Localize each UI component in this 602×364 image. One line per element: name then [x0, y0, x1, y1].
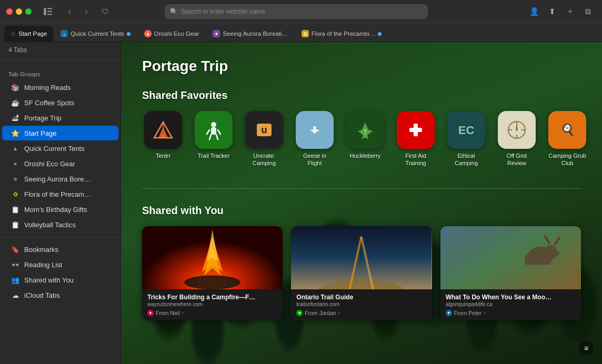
- card-content-ontario: Ontario Trail Guide trailsofontario.com …: [291, 289, 432, 320]
- search-icon: 🔍: [170, 8, 178, 15]
- svg-line-11: [207, 130, 209, 134]
- sidebar-bottom-shared[interactable]: 👥Shared with You: [2, 272, 118, 287]
- sidebar-bottom-icloud[interactable]: ☁iCloud Tabs: [2, 288, 118, 302]
- tab-favicon: ▲: [61, 30, 68, 37]
- item-icon: ✿: [11, 189, 20, 199]
- favorite-ec[interactable]: EC Ethical Camping: [445, 111, 487, 167]
- tab-ecogear[interactable]: ●Oroshi Eco Gear: [138, 26, 206, 42]
- tab-overview-icon[interactable]: ⧉: [581, 4, 596, 19]
- sidebar-item-ecogear[interactable]: ●Oroshi Eco Gear: [2, 156, 118, 171]
- favorite-offgrid[interactable]: Off Grid Review: [496, 111, 538, 167]
- favorite-camping[interactable]: 🍳 Camping Grub Club: [546, 111, 588, 167]
- favorite-uncrate[interactable]: u Uncrate: Camping: [243, 111, 285, 167]
- tab-flora[interactable]: ✿Flora of the Precambi…: [295, 26, 388, 42]
- item-label: Reading List: [24, 261, 62, 269]
- card-url-campfire: wayoutsomewhere.com: [147, 301, 277, 307]
- svg-rect-10: [211, 127, 216, 135]
- sidebar-bottom-bookmarks[interactable]: 🔖Bookmarks: [2, 242, 118, 257]
- sidebar-item-aurora[interactable]: ■Seeing Aurora Bore…: [2, 171, 118, 186]
- tab-start[interactable]: ☆Start Page: [4, 26, 53, 42]
- main-layout: 4 Tabs Tab Groups 📚Morning Reads☕SF Coff…: [0, 42, 602, 364]
- svg-line-13: [209, 135, 211, 139]
- sidebar-bottom-reading[interactable]: 👓Reading List: [2, 257, 118, 272]
- sidebar-item-birthday[interactable]: 📋Mom's Birthday Gifts: [2, 202, 118, 217]
- card-from-ontario[interactable]: ● From Jordan ›: [296, 310, 426, 316]
- card-from-moose[interactable]: ● From Peter ›: [446, 310, 576, 316]
- item-label: Portage Trip: [24, 114, 62, 122]
- favorite-geese[interactable]: Geese in Flight: [294, 111, 336, 167]
- minimize-button[interactable]: [16, 8, 22, 15]
- item-label: Mom's Birthday Gifts: [24, 206, 87, 214]
- tab-favicon: ✦: [213, 30, 220, 37]
- sidebar-item-startpage[interactable]: ⭐Start Page: [2, 126, 118, 140]
- content-scroll[interactable]: Portage Trip Shared Favorites Tentrr Tra…: [121, 42, 602, 364]
- shared-card-ontario[interactable]: Ontario Trail Guide trailsofontario.com …: [291, 226, 432, 320]
- card-from-campfire[interactable]: ● From Neil ›: [147, 310, 277, 316]
- fav-icon-ec: EC: [447, 111, 485, 149]
- svg-rect-0: [44, 8, 46, 15]
- card-image-campfire: [142, 226, 283, 289]
- card-title-moose: What To Do When You See a Moo…: [446, 294, 576, 301]
- favorite-tentrr[interactable]: Tentrr: [142, 111, 184, 167]
- tab-aurora[interactable]: ✦Seeing Aurora Boreali…: [206, 26, 294, 42]
- back-button[interactable]: ‹: [62, 4, 77, 19]
- fav-label-geese: Geese in Flight: [296, 152, 334, 167]
- fav-label-tentrr: Tentrr: [156, 152, 170, 159]
- svg-text:EC: EC: [458, 124, 475, 137]
- customize-button[interactable]: ≡: [579, 341, 594, 356]
- forward-button[interactable]: ›: [79, 4, 94, 19]
- tabs-count: 4 Tabs: [0, 42, 121, 56]
- title-bar: ‹ › 🛡 🔍 👤 ⬆ ＋ ⧉: [0, 0, 602, 23]
- sidebar-item-flora[interactable]: ✿Flora of the Precam…: [2, 187, 118, 201]
- shared-card-moose[interactable]: What To Do When You See a Moo… algonquin…: [440, 226, 581, 320]
- sidebar-item-morning[interactable]: 📚Morning Reads: [2, 80, 118, 95]
- shared-card-campfire[interactable]: Tricks For Building a Campfire—F… wayout…: [142, 226, 283, 320]
- item-label: Oroshi Eco Gear: [24, 160, 75, 168]
- shield-icon: 🛡: [98, 4, 113, 19]
- fav-icon-uncrate: u: [245, 111, 283, 149]
- main-content: Portage Trip Shared Favorites Tentrr Tra…: [121, 42, 602, 364]
- favorite-trail[interactable]: Trail Tracker: [193, 111, 235, 167]
- fav-label-uncrate: Uncrate: Camping: [245, 152, 283, 167]
- card-image-ontario: [291, 226, 432, 289]
- item-label: Shared with You: [24, 276, 74, 284]
- item-label: Volleyball Tactics: [24, 221, 76, 229]
- tab-label: Start Page: [18, 31, 47, 37]
- sidebar-item-volleyball[interactable]: 📋Volleyball Tactics: [2, 217, 118, 232]
- new-tab-icon[interactable]: ＋: [563, 4, 578, 19]
- item-label: iCloud Tabs: [24, 291, 60, 299]
- favorites-grid: Tentrr Trail Tracker u Uncrate: Camping …: [142, 111, 581, 167]
- favorite-firstaid[interactable]: First Aid Training: [395, 111, 437, 167]
- card-content-campfire: Tricks For Building a Campfire—F… wayout…: [142, 289, 283, 320]
- fav-label-ec: Ethical Camping: [447, 152, 485, 167]
- fullscreen-button[interactable]: [25, 8, 32, 15]
- card-url-ontario: trailsofontario.com: [296, 301, 426, 307]
- from-label-moose: From Peter: [454, 310, 482, 316]
- sidebar-items-list: 📚Morning Reads☕SF Coffee Spots🏕Portage T…: [0, 79, 121, 232]
- sidebar-item-portage[interactable]: 🏕Portage Trip: [2, 110, 118, 125]
- account-icon[interactable]: 👤: [527, 4, 542, 19]
- card-url-moose: algonquinparklife.ca: [446, 301, 576, 307]
- sidebar-item-coffee[interactable]: ☕SF Coffee Spots: [2, 95, 118, 110]
- fav-icon-trail: [195, 111, 233, 149]
- card-title-campfire: Tricks For Building a Campfire—F…: [147, 294, 277, 301]
- fav-label-firstaid: First Aid Training: [397, 152, 435, 167]
- close-button[interactable]: [6, 8, 13, 15]
- section-divider: [142, 188, 581, 189]
- search-bar[interactable]: 🔍: [165, 4, 428, 19]
- card-image-moose: [440, 226, 581, 289]
- search-input[interactable]: [181, 8, 423, 15]
- tab-label: Oroshi Eco Gear: [154, 31, 199, 37]
- star-icon: ☆: [11, 31, 16, 37]
- svg-line-14: [216, 135, 218, 139]
- fav-label-trail: Trail Tracker: [198, 152, 230, 159]
- favorite-huckleberry[interactable]: ↑ Huckleberry: [344, 111, 386, 167]
- item-icon: ■: [11, 174, 20, 184]
- sidebar-item-tents[interactable]: ▲Quick Current Tents: [2, 141, 118, 156]
- shared-cards: Tricks For Building a Campfire—F… wayout…: [142, 226, 581, 320]
- sidebar: 4 Tabs Tab Groups 📚Morning Reads☕SF Coff…: [0, 42, 121, 364]
- tab-dot: [378, 32, 382, 36]
- sidebar-toggle-button[interactable]: [42, 6, 54, 17]
- tab-tents[interactable]: ▲Quick Current Tents: [54, 26, 136, 42]
- share-icon[interactable]: ⬆: [545, 4, 560, 19]
